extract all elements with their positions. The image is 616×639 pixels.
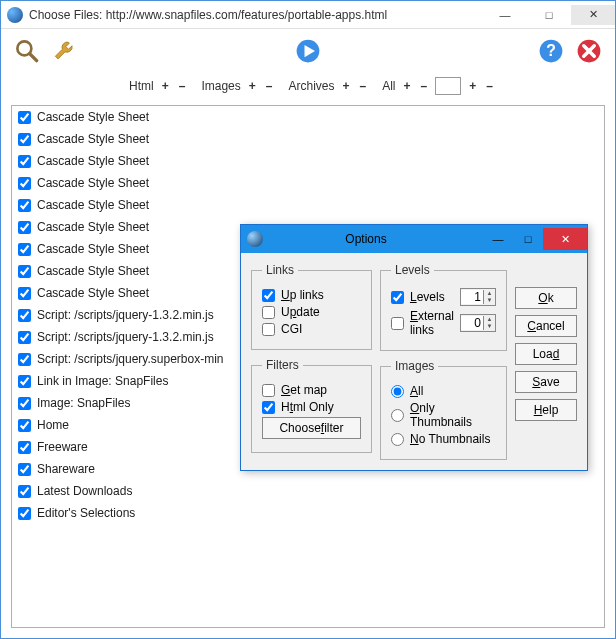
filter-all-plus[interactable]: + — [402, 79, 413, 93]
load-button[interactable]: Load — [515, 343, 577, 365]
list-item[interactable]: Cascade Style Sheet — [12, 150, 604, 172]
close-button[interactable]: ✕ — [571, 5, 615, 25]
list-item-label: Image: SnapFiles — [37, 396, 130, 410]
choose-filter-button[interactable]: Choose filter — [262, 417, 361, 439]
images-nothumbs-radio[interactable] — [391, 433, 404, 446]
cgi-label: CGI — [281, 322, 302, 336]
list-item-checkbox[interactable] — [18, 353, 31, 366]
list-item-checkbox[interactable] — [18, 507, 31, 520]
list-item-label: Latest Downloads — [37, 484, 132, 498]
levels-spinner[interactable]: ▲▼ — [460, 288, 496, 306]
cgi-checkbox[interactable] — [262, 323, 275, 336]
maximize-button[interactable]: □ — [527, 5, 571, 25]
dialog-window-controls: — □ ✕ — [483, 228, 587, 250]
dialog-body: Links Up links Update CGI Filters Get ma… — [241, 253, 587, 470]
list-item[interactable]: Editor's Selections — [12, 502, 604, 524]
settings-icon[interactable] — [49, 35, 81, 67]
images-all-label: All — [410, 384, 423, 398]
filter-box-minus[interactable]: – — [484, 79, 495, 93]
list-item-label: Cascade Style Sheet — [37, 154, 149, 168]
options-dialog: Options — □ ✕ Links Up links Update CGI … — [240, 224, 588, 471]
filter-archives-label: Archives — [288, 79, 334, 93]
filter-bar: Html + – Images + – Archives + – All + –… — [1, 73, 615, 99]
list-item-checkbox[interactable] — [18, 419, 31, 432]
dialog-minimize-button[interactable]: — — [483, 228, 513, 250]
list-item-label: Cascade Style Sheet — [37, 220, 149, 234]
list-item-checkbox[interactable] — [18, 243, 31, 256]
close-icon[interactable] — [573, 35, 605, 67]
filter-images-label: Images — [201, 79, 240, 93]
svg-line-1 — [30, 54, 37, 61]
list-item[interactable]: Latest Downloads — [12, 480, 604, 502]
list-item-checkbox[interactable] — [18, 375, 31, 388]
filter-images-minus[interactable]: – — [264, 79, 275, 93]
filter-html-label: Html — [129, 79, 154, 93]
list-item-checkbox[interactable] — [18, 177, 31, 190]
list-item[interactable]: Cascade Style Sheet — [12, 106, 604, 128]
dialog-titlebar: Options — □ ✕ — [241, 225, 587, 253]
list-item-checkbox[interactable] — [18, 309, 31, 322]
filter-box-plus[interactable]: + — [467, 79, 478, 93]
list-item-label: Cascade Style Sheet — [37, 286, 149, 300]
window-controls: — □ ✕ — [483, 5, 615, 25]
cancel-button[interactable]: Cancel — [515, 315, 577, 337]
help-icon[interactable]: ? — [535, 35, 567, 67]
list-item-label: Cascade Style Sheet — [37, 242, 149, 256]
levels-value[interactable] — [461, 290, 483, 304]
getmap-checkbox[interactable] — [262, 384, 275, 397]
list-item-checkbox[interactable] — [18, 111, 31, 124]
dialog-close-button[interactable]: ✕ — [543, 228, 587, 250]
dialog-title: Options — [269, 232, 483, 246]
list-item-checkbox[interactable] — [18, 133, 31, 146]
list-item-checkbox[interactable] — [18, 221, 31, 234]
filters-group: Filters Get map Html Only Choose filter — [251, 358, 372, 453]
list-item-checkbox[interactable] — [18, 441, 31, 454]
filter-all-minus[interactable]: – — [419, 79, 430, 93]
minimize-button[interactable]: — — [483, 5, 527, 25]
uplinks-checkbox[interactable] — [262, 289, 275, 302]
getmap-label: Get map — [281, 383, 327, 397]
list-item[interactable]: Cascade Style Sheet — [12, 194, 604, 216]
filter-archives-minus[interactable]: – — [358, 79, 369, 93]
search-icon[interactable] — [11, 35, 43, 67]
filter-html-minus[interactable]: – — [177, 79, 188, 93]
filter-all-label: All — [382, 79, 395, 93]
filter-html-plus[interactable]: + — [160, 79, 171, 93]
htmlonly-checkbox[interactable] — [262, 401, 275, 414]
list-item-label: Link in Image: SnapFiles — [37, 374, 168, 388]
levels-label: Levels — [410, 290, 445, 304]
list-item-checkbox[interactable] — [18, 155, 31, 168]
dialog-maximize-button[interactable]: □ — [513, 228, 543, 250]
list-item[interactable]: Cascade Style Sheet — [12, 172, 604, 194]
external-checkbox[interactable] — [391, 317, 404, 330]
list-item-checkbox[interactable] — [18, 463, 31, 476]
help-button[interactable]: Help — [515, 399, 577, 421]
list-item-label: Cascade Style Sheet — [37, 176, 149, 190]
images-group: Images All Only Thumbnails No Thumbnails — [380, 359, 507, 460]
images-onlythumbs-radio[interactable] — [391, 409, 404, 422]
external-spinner[interactable]: ▲▼ — [460, 314, 496, 332]
list-item-checkbox[interactable] — [18, 397, 31, 410]
list-item[interactable]: Cascade Style Sheet — [12, 128, 604, 150]
levels-checkbox[interactable] — [391, 291, 404, 304]
htmlonly-label: Html Only — [281, 400, 334, 414]
list-item-checkbox[interactable] — [18, 331, 31, 344]
list-item-checkbox[interactable] — [18, 485, 31, 498]
list-item-checkbox[interactable] — [18, 287, 31, 300]
dialog-app-icon — [247, 231, 263, 247]
list-item-label: Editor's Selections — [37, 506, 135, 520]
list-item-checkbox[interactable] — [18, 199, 31, 212]
list-item-label: Cascade Style Sheet — [37, 132, 149, 146]
ok-button[interactable]: Ok — [515, 287, 577, 309]
save-button[interactable]: Save — [515, 371, 577, 393]
uplinks-label: Up links — [281, 288, 324, 302]
external-value[interactable] — [461, 316, 483, 330]
play-icon[interactable] — [292, 35, 324, 67]
filter-archives-plus[interactable]: + — [341, 79, 352, 93]
update-checkbox[interactable] — [262, 306, 275, 319]
images-all-radio[interactable] — [391, 385, 404, 398]
filter-images-plus[interactable]: + — [247, 79, 258, 93]
app-icon — [7, 7, 23, 23]
filter-input[interactable] — [435, 77, 461, 95]
list-item-checkbox[interactable] — [18, 265, 31, 278]
